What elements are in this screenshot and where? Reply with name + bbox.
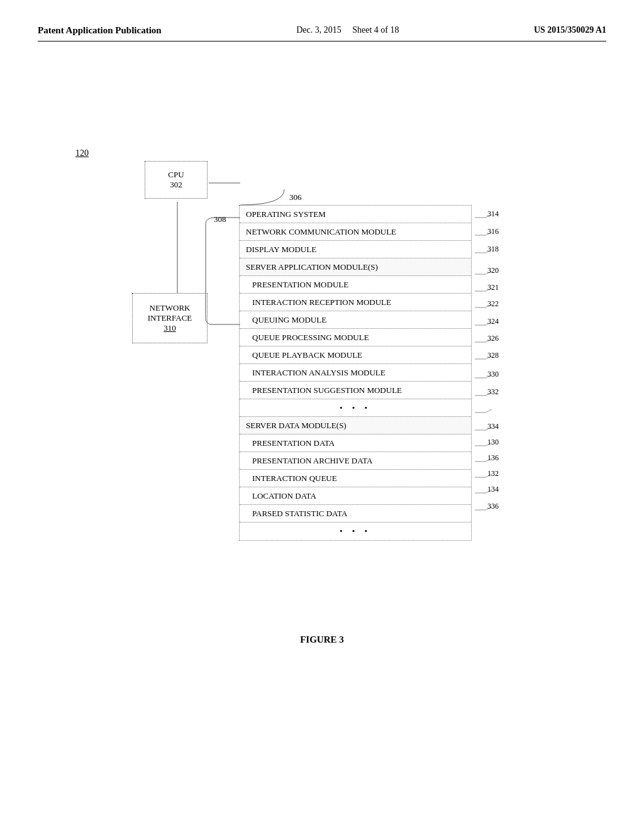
parsed-statistic-label: PARSED STATISTIC DATA — [252, 509, 347, 519]
server-app-label: SERVER APPLICATION MODULE(S) — [246, 262, 378, 272]
ref-332: 332 — [487, 387, 499, 397]
dots-1: • • • — [340, 403, 371, 413]
os-row: OPERATING SYSTEM — [240, 206, 471, 223]
interaction-analysis-label: INTERACTION ANALYSIS MODULE — [252, 368, 386, 378]
net-ref: 310 — [164, 323, 176, 333]
dots-row-1: • • • — [240, 399, 471, 417]
header-sheet: Sheet 4 of 18 — [352, 25, 399, 35]
ref-322: 322 — [487, 299, 499, 309]
queuing-module-row: QUEUING MODULE — [240, 311, 471, 329]
ref-334: 334 — [487, 422, 499, 431]
queue-processing-row: QUEUE PROCESSING MODULE — [240, 329, 471, 346]
ref-132: 132 — [487, 469, 499, 479]
page-header: Patent Application Publication Dec. 3, 2… — [38, 25, 606, 42]
presentation-suggestion-label: PRESENTATION SUGGESTION MODULE — [252, 385, 402, 396]
cpu-box: CPU 302 — [145, 161, 208, 199]
ref-336: 336 — [487, 502, 499, 511]
display-module-label: DISPLAY MODULE — [246, 245, 316, 255]
net-comm-row: NETWORK COMMUNICATION MODULE — [240, 223, 471, 241]
location-data-label: LOCATION DATA — [252, 491, 316, 501]
net-comm-label: NETWORK COMMUNICATION MODULE — [246, 227, 396, 237]
server-data-label: SERVER DATA MODULE(S) — [246, 421, 347, 431]
interaction-reception-label: INTERACTION RECEPTION MODULE — [252, 297, 391, 307]
ref-316: 316 — [487, 227, 499, 236]
label-306: 306 — [289, 192, 302, 202]
ref-320: 320 — [487, 266, 499, 275]
interaction-queue-row: INTERACTION QUEUE — [240, 470, 471, 487]
cpu-ref: 302 — [170, 180, 182, 190]
ref-324: 324 — [487, 317, 499, 326]
label-308: 308 — [214, 214, 226, 224]
dots-row-2: • • • — [240, 523, 471, 540]
ref-326: 326 — [487, 334, 499, 343]
parsed-statistic-row: PARSED STATISTIC DATA — [240, 505, 471, 523]
ref-330: 330 — [487, 370, 499, 379]
presentation-suggestion-row: PRESENTATION SUGGESTION MODULE — [240, 382, 471, 399]
queue-playback-label: QUEUE PLAYBACK MODULE — [252, 350, 362, 360]
queuing-module-label: QUEUING MODULE — [252, 315, 326, 325]
header-date: Dec. 3, 2015 — [296, 25, 341, 35]
presentation-data-label: PRESENTATION DATA — [252, 438, 335, 448]
interaction-analysis-row: INTERACTION ANALYSIS MODULE — [240, 364, 471, 382]
display-module-row: DISPLAY MODULE — [240, 241, 471, 258]
patent-number: US 2015/350029 A1 — [534, 25, 606, 35]
figure-caption: FIGURE 3 — [300, 634, 344, 645]
ref-321: 321 — [487, 283, 499, 292]
ref-136: 136 — [487, 453, 499, 463]
net-label-1: NETWORK — [150, 303, 191, 313]
ref-328: 328 — [487, 351, 499, 360]
presentation-module-label: PRESENTATION MODULE — [252, 280, 348, 290]
interaction-reception-row: INTERACTION RECEPTION MODULE — [240, 294, 471, 311]
cpu-label: CPU — [168, 170, 184, 180]
presentation-archive-label: PRESENTATION ARCHIVE DATA — [252, 456, 372, 466]
net-label-2: INTERFACE — [148, 313, 192, 323]
server-box: OPERATING SYSTEM NETWORK COMMUNICATION M… — [239, 205, 472, 541]
presentation-data-row: PRESENTATION DATA — [240, 434, 471, 452]
os-label: OPERATING SYSTEM — [246, 209, 326, 219]
network-interface-box: NETWORK INTERFACE 310 — [132, 293, 208, 343]
ref-314: 314 — [487, 209, 499, 219]
ref-130: 130 — [487, 438, 499, 447]
ref-134: 134 — [487, 485, 499, 494]
interaction-queue-label: INTERACTION QUEUE — [252, 473, 337, 484]
presentation-module-row: PRESENTATION MODULE — [240, 276, 471, 294]
publication-title: Patent Application Publication — [38, 25, 162, 36]
dots-2: • • • — [340, 526, 371, 536]
location-data-row: LOCATION DATA — [240, 487, 471, 505]
page: Patent Application Publication Dec. 3, 2… — [0, 0, 644, 830]
presentation-archive-row: PRESENTATION ARCHIVE DATA — [240, 452, 471, 470]
server-data-header-row: SERVER DATA MODULE(S) — [240, 417, 471, 434]
server-app-header-row: SERVER APPLICATION MODULE(S) — [240, 258, 471, 276]
queue-playback-row: QUEUE PLAYBACK MODULE — [240, 346, 471, 364]
header-date-sheet: Dec. 3, 2015 Sheet 4 of 18 — [296, 25, 399, 35]
diagram: 120 CPU 302 NETWORK INTERFACE 310 306 30… — [38, 79, 606, 645]
queue-processing-label: QUEUE PROCESSING MODULE — [252, 333, 369, 343]
ref-318: 318 — [487, 245, 499, 254]
label-120: 120 — [75, 148, 89, 158]
